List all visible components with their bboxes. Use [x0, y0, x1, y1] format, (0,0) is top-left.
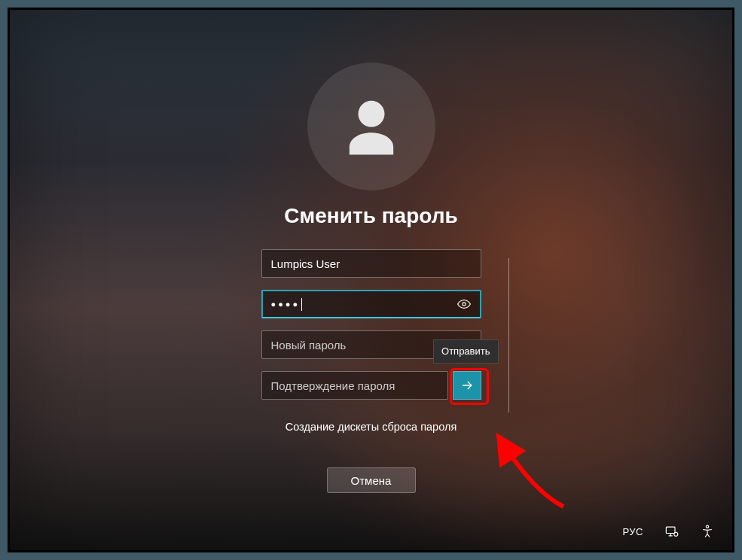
form: Lumpics User ●●●● Новый пароль Подтвержд… [261, 249, 481, 400]
username-value: Lumpics User [271, 257, 340, 270]
svg-point-0 [358, 101, 384, 127]
accessibility-button[interactable] [699, 523, 716, 540]
cancel-button[interactable]: Отмена [327, 467, 416, 493]
network-button[interactable] [663, 523, 679, 540]
network-icon [664, 524, 679, 539]
bottom-bar: РУС [622, 523, 716, 540]
person-icon [334, 89, 409, 164]
confirm-password-placeholder: Подтверждение пароля [271, 379, 395, 392]
confirm-row: Подтверждение пароля Отправить [261, 371, 481, 400]
login-screen: Сменить пароль Lumpics User ●●●● Новый п… [8, 8, 734, 552]
submit-tooltip: Отправить [433, 339, 498, 364]
current-password-value: ●●●● [271, 300, 301, 309]
text-caret [301, 298, 302, 311]
svg-point-1 [462, 303, 465, 306]
eye-icon [456, 297, 472, 312]
svg-point-5 [706, 525, 708, 528]
current-password-input[interactable]: ●●●● [261, 290, 481, 318]
page-title: Сменить пароль [284, 204, 457, 228]
arrow-right-icon [460, 378, 475, 393]
confirm-password-input[interactable]: Подтверждение пароля [261, 371, 448, 400]
accessibility-icon [700, 524, 715, 539]
reveal-password-button[interactable] [456, 296, 472, 312]
svg-rect-3 [666, 527, 675, 533]
username-input[interactable]: Lumpics User [261, 249, 481, 278]
user-avatar [307, 62, 435, 190]
language-indicator[interactable]: РУС [622, 526, 643, 537]
svg-point-4 [674, 532, 678, 536]
change-password-panel: Сменить пароль Lumpics User ●●●● Новый п… [10, 62, 732, 493]
reset-disk-link[interactable]: Создание дискеты сброса пароля [286, 421, 456, 433]
vertical-divider [508, 258, 509, 412]
submit-button[interactable] [453, 371, 481, 400]
new-password-placeholder: Новый пароль [271, 339, 347, 352]
